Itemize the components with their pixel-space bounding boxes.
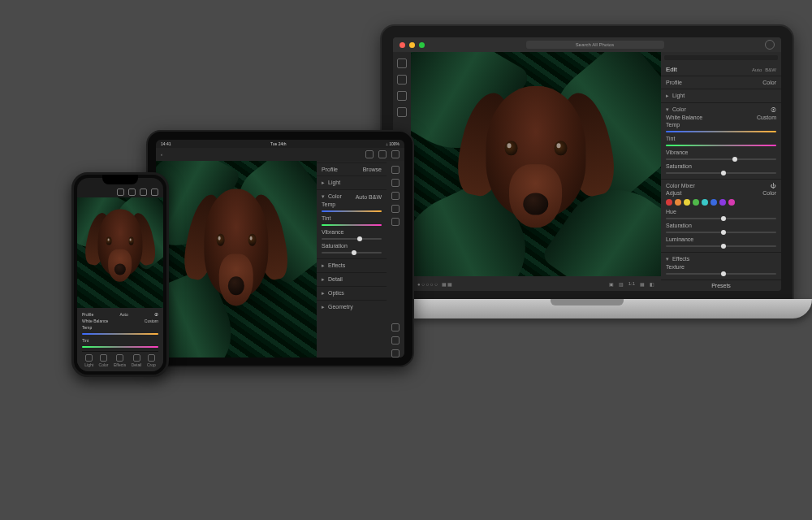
undo-icon[interactable] bbox=[391, 323, 400, 332]
info-icon[interactable] bbox=[397, 107, 407, 117]
temp-slider[interactable] bbox=[666, 131, 776, 132]
presets-icon[interactable] bbox=[391, 218, 400, 226]
tablet-right-rail bbox=[387, 161, 404, 358]
mask-icon[interactable] bbox=[391, 205, 400, 213]
tab-light[interactable]: Light bbox=[84, 354, 93, 367]
browse-button[interactable]: Browse bbox=[363, 167, 382, 172]
wb-value[interactable]: Custom bbox=[757, 115, 776, 120]
saturation-slider[interactable] bbox=[322, 252, 382, 254]
sat-label: Saturation bbox=[666, 223, 692, 228]
add-photo-icon[interactable] bbox=[397, 58, 407, 68]
color-section[interactable]: ▾Color⦿ White BalanceCustom Temp Tint Vi… bbox=[661, 102, 781, 179]
color-swatch[interactable] bbox=[666, 199, 672, 206]
presets-label: Presets bbox=[711, 283, 731, 288]
color-swatch[interactable] bbox=[702, 199, 708, 206]
cloud-icon[interactable] bbox=[128, 188, 136, 196]
share-icon[interactable] bbox=[140, 188, 147, 196]
fit-icon[interactable]: ▣ bbox=[609, 281, 614, 287]
heal-icon[interactable] bbox=[391, 192, 400, 200]
more-icon[interactable] bbox=[391, 349, 400, 358]
redo-icon[interactable] bbox=[391, 336, 400, 344]
cloud-sync-icon[interactable] bbox=[765, 40, 775, 50]
canvas-footer: ● ○ ○ ○ ○ ▦ ▦ ▣ ▥ 1:1 ▦ ◧ bbox=[411, 276, 661, 291]
profile-label: Profile bbox=[82, 312, 93, 317]
adjust-icon[interactable] bbox=[391, 166, 400, 174]
saturation-slider[interactable] bbox=[666, 172, 776, 174]
laptop-canvas[interactable]: ● ○ ○ ○ ○ ▦ ▦ ▣ ▥ 1:1 ▦ ◧ bbox=[411, 52, 661, 291]
color-swatch[interactable] bbox=[728, 199, 735, 206]
eyedropper-icon[interactable]: ⦿ bbox=[771, 107, 776, 113]
color-swatch[interactable] bbox=[719, 199, 726, 206]
tab-crop[interactable]: Crop bbox=[147, 354, 156, 367]
grid-icon[interactable] bbox=[397, 75, 407, 84]
edit-panel: Edit Auto B&W ProfileColor ▸Light ▾Color… bbox=[661, 52, 781, 291]
tab-effects[interactable]: Effects bbox=[114, 354, 126, 367]
tab-icon bbox=[116, 354, 123, 362]
before-after-icon[interactable]: ◧ bbox=[650, 281, 654, 287]
hue-slider[interactable] bbox=[666, 218, 776, 219]
fullscreen-icon[interactable] bbox=[419, 42, 425, 48]
mac-titlebar: Search All Photos bbox=[393, 37, 781, 52]
texture-slider[interactable] bbox=[666, 273, 776, 275]
auto-button[interactable]: Auto bbox=[752, 67, 762, 72]
eyedropper-icon[interactable]: ⦿ bbox=[154, 312, 158, 317]
tablet-status-bar: 14:41 Tue 24th ⏚ 100% bbox=[156, 140, 404, 148]
presets-button[interactable]: Presets bbox=[661, 280, 781, 291]
toggle-icon[interactable]: ⏻ bbox=[771, 183, 776, 188]
sat-slider[interactable] bbox=[666, 232, 776, 233]
crop-icon[interactable] bbox=[391, 179, 400, 187]
color-swatch[interactable] bbox=[675, 199, 681, 206]
lum-slider[interactable] bbox=[666, 245, 776, 247]
auto-button[interactable]: Auto bbox=[356, 194, 367, 200]
bw-button[interactable]: B&W bbox=[765, 67, 776, 72]
chevron-right-icon: ▸ bbox=[322, 262, 325, 268]
tint-slider[interactable] bbox=[82, 346, 158, 348]
chevron-down-icon: ▾ bbox=[666, 106, 669, 112]
search-input[interactable]: Search All Photos bbox=[526, 41, 664, 49]
back-icon[interactable] bbox=[117, 188, 124, 196]
wb-value[interactable]: Custom bbox=[145, 318, 158, 323]
tint-slider[interactable] bbox=[322, 224, 382, 226]
tab-color[interactable]: Color bbox=[99, 354, 109, 367]
share-icon[interactable] bbox=[378, 150, 387, 158]
vibrance-slider[interactable] bbox=[666, 158, 776, 160]
compare-icon[interactable]: ▥ bbox=[619, 281, 624, 287]
chevron-right-icon: ▸ bbox=[322, 180, 325, 185]
color-section[interactable]: ▾ColorAuto B&W Temp Tint Vibrance Satura… bbox=[317, 189, 387, 258]
wb-label: White Balance bbox=[82, 318, 108, 323]
texture-label: Texture bbox=[666, 264, 685, 270]
vibrance-slider[interactable] bbox=[322, 238, 382, 240]
light-section[interactable]: ▸Light bbox=[661, 89, 781, 102]
color-mixer-section[interactable]: Color Mixer⏻ AdjustColor Hue Saturation … bbox=[661, 179, 781, 252]
more-icon[interactable] bbox=[391, 150, 400, 158]
film-icon[interactable] bbox=[397, 91, 407, 101]
grid-icon[interactable]: ▦ bbox=[640, 281, 645, 287]
rating-dots[interactable]: ● ○ ○ ○ ○ ▦ ▦ bbox=[417, 281, 452, 287]
cloud-icon[interactable] bbox=[365, 150, 374, 158]
temp-label: Temp bbox=[666, 122, 680, 128]
color-swatch[interactable] bbox=[710, 199, 717, 206]
phone-canvas[interactable] bbox=[77, 197, 163, 308]
adjust-value[interactable]: Color bbox=[762, 190, 776, 196]
close-icon[interactable] bbox=[400, 42, 405, 48]
zoom-1-1-icon[interactable]: 1:1 bbox=[628, 281, 635, 287]
tablet-canvas[interactable] bbox=[156, 161, 317, 358]
effects-section[interactable]: ▾Effects Texture bbox=[661, 252, 781, 280]
status-time: 14:41 bbox=[161, 141, 171, 146]
profile-row[interactable]: ProfileColor bbox=[661, 76, 781, 89]
bw-button[interactable]: B&W bbox=[369, 194, 382, 200]
color-swatches[interactable] bbox=[666, 199, 776, 206]
histogram[interactable] bbox=[664, 55, 778, 60]
auto-button[interactable]: Auto bbox=[119, 312, 127, 317]
temp-slider[interactable] bbox=[82, 333, 158, 335]
effects-label: Effects bbox=[328, 262, 345, 268]
back-icon[interactable]: ‹ bbox=[161, 152, 162, 157]
temp-slider[interactable] bbox=[322, 210, 382, 212]
profile-value[interactable]: Color bbox=[762, 80, 776, 85]
minimize-icon[interactable] bbox=[409, 42, 415, 48]
tab-detail[interactable]: Detail bbox=[132, 354, 142, 367]
tint-slider[interactable] bbox=[666, 145, 776, 146]
more-icon[interactable] bbox=[151, 188, 158, 196]
color-swatch[interactable] bbox=[693, 199, 699, 206]
color-swatch[interactable] bbox=[684, 199, 690, 206]
